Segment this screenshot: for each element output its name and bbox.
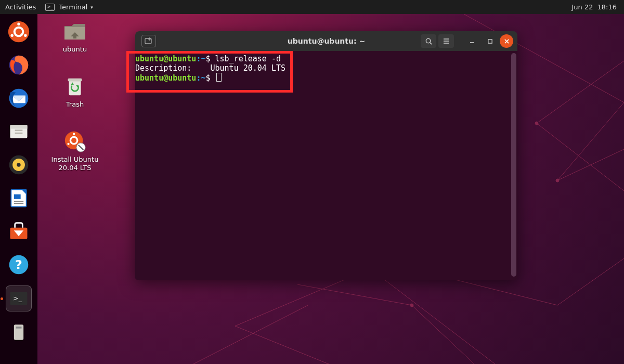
svg-text:>_: >_ [13,294,22,302]
dock-removable-media[interactable] [6,320,31,345]
dock-libreoffice-writer[interactable] [6,186,31,211]
svg-point-26 [556,179,559,182]
svg-rect-17 [14,201,23,202]
svg-point-2 [17,22,20,26]
dock-thunderbird[interactable] [6,86,31,111]
clock-time: 18:16 [597,3,617,11]
gnome-top-bar: Activities >_ Terminal ▾ Jun 22 18:16 [0,0,624,14]
dock-terminal[interactable]: >_ [6,285,32,311]
terminal-icon: >_ [45,4,55,11]
svg-rect-8 [10,125,28,128]
svg-line-44 [430,42,431,44]
spacer [456,34,462,48]
svg-rect-49 [488,39,491,43]
svg-point-4 [23,34,27,37]
window-close-button[interactable] [500,34,513,48]
trash-icon [62,74,87,99]
terminal-body[interactable]: ubuntu@ubuntu:~$ lsb_release -d Descript… [135,51,517,280]
app-menu-label: Terminal [59,3,87,11]
desktop-icon-label: ubuntu [50,45,100,54]
desktop-icon-home[interactable]: ubuntu [50,19,100,54]
terminal-titlebar[interactable]: ubuntu@ubuntu: ~ [135,31,517,51]
clock-date: Jun 22 [572,3,593,11]
svg-rect-25 [16,327,22,329]
svg-point-37 [67,142,70,146]
svg-point-29 [535,122,538,125]
dock: ? >_ [0,14,37,364]
annotation-highlight-box [126,51,293,93]
svg-point-13 [17,163,20,166]
terminal-search-button[interactable] [421,34,436,48]
window-minimize-button[interactable] [464,34,480,48]
ubuntu-installer-icon [62,129,87,154]
app-menu-terminal[interactable]: >_ Terminal ▾ [45,3,93,11]
svg-point-43 [426,38,430,43]
new-tab-button[interactable] [141,35,156,47]
clock[interactable]: Jun 22 18:16 [572,3,624,11]
svg-point-36 [72,133,75,136]
svg-rect-18 [14,203,23,204]
svg-rect-9 [15,129,23,131]
terminal-window: ubuntu@ubuntu: ~ ubuntu@ubuntu:~$ lsb_re… [135,31,517,280]
svg-rect-16 [14,194,21,199]
chevron-down-icon: ▾ [90,5,93,10]
dock-firefox[interactable] [6,53,31,77]
terminal-title: ubuntu@ubuntu: ~ [288,37,365,45]
svg-point-3 [10,34,14,37]
activities-button[interactable]: Activities [5,3,36,11]
terminal-hamburger-menu[interactable] [438,34,454,48]
dock-ubuntu-software[interactable] [6,219,31,244]
svg-rect-31 [68,79,82,82]
dock-rhythmbox[interactable] [6,152,31,177]
dock-ubuntu-logo[interactable] [6,19,31,44]
folder-home-icon [62,19,87,44]
terminal-scrollbar[interactable] [511,53,516,277]
window-maximize-button[interactable] [482,34,498,48]
dock-help[interactable]: ? [6,252,31,277]
svg-point-28 [410,304,413,307]
dock-files[interactable] [6,119,31,144]
desktop-icon-label: Install Ubuntu 20.04 LTS [50,155,100,173]
svg-rect-10 [15,133,23,134]
desktop-icon-trash[interactable]: Trash [50,74,100,109]
desktop-icon-install-ubuntu[interactable]: Install Ubuntu 20.04 LTS [50,129,100,173]
svg-text:?: ? [15,257,22,272]
desktop-icon-label: Trash [50,100,100,109]
